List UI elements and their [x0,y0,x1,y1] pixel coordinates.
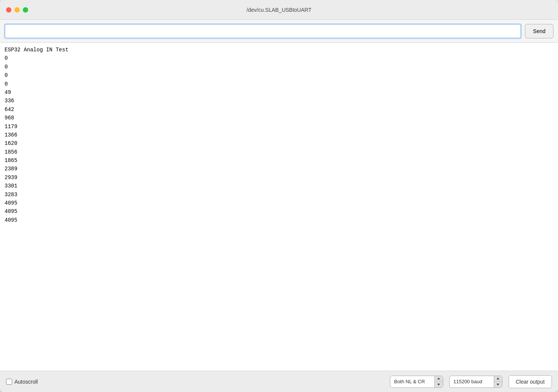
baud-rate-select[interactable]: 115200 baud [449,376,503,388]
send-button[interactable]: Send [525,24,553,38]
window-controls [6,7,28,13]
output-line: 2389 [5,165,553,173]
baud-rate-stepper [494,376,502,387]
line-ending-label: Both NL & CR [394,379,432,384]
autoscroll-container: Autoscroll [6,379,38,385]
baud-rate-up-button[interactable] [494,376,502,382]
output-line: 0 [5,71,553,79]
output-line: 0 [5,80,553,88]
serial-input[interactable] [5,24,521,38]
output-line: 1620 [5,139,553,148]
output-line: 4095 [5,199,553,207]
svg-marker-3 [496,384,499,386]
line-ending-up-button[interactable] [435,376,443,382]
baud-rate-label: 115200 baud [453,379,491,384]
output-line: 1856 [5,148,553,156]
output-line: 1366 [5,131,553,139]
title-bar: /dev/cu.SLAB_USBtoUART [0,0,558,20]
output-line: 49 [5,88,553,97]
bottom-bar: Autoscroll Both NL & CR [0,371,558,392]
output-line: 4095 [5,216,553,224]
clear-output-button[interactable]: Clear output [509,375,552,388]
toolbar: Send [0,20,558,43]
svg-marker-2 [496,378,499,379]
output-line: 1865 [5,156,553,165]
output-line: 968 [5,114,553,122]
autoscroll-checkbox[interactable] [6,379,12,385]
output-line: 4095 [5,207,553,216]
main-window: /dev/cu.SLAB_USBtoUART Send ESP32 Analog… [0,0,558,392]
minimize-button[interactable] [14,7,20,13]
output-line: 0 [5,63,553,71]
line-ending-container: Both NL & CR [390,376,443,388]
svg-marker-1 [437,384,440,386]
line-ending-select[interactable]: Both NL & CR [390,376,443,388]
baud-rate-container: 115200 baud [449,376,503,388]
line-ending-down-button[interactable] [435,382,443,387]
baud-rate-down-button[interactable] [494,382,502,387]
output-line: 3301 [5,182,553,190]
output-line: ESP32 Analog IN Test [5,46,553,54]
close-button[interactable] [6,7,11,13]
maximize-button[interactable] [23,7,28,13]
window-title: /dev/cu.SLAB_USBtoUART [247,7,312,13]
output-line: 0 [5,54,553,62]
output-line: 2939 [5,173,553,182]
output-line: 1179 [5,122,553,131]
autoscroll-label: Autoscroll [14,379,38,385]
output-line: 642 [5,105,553,114]
svg-marker-0 [437,378,440,379]
output-area[interactable]: ESP32 Analog IN Test00004933664296811791… [0,43,558,371]
output-line: 336 [5,97,553,105]
line-ending-stepper [434,376,443,387]
output-line: 3283 [5,190,553,199]
